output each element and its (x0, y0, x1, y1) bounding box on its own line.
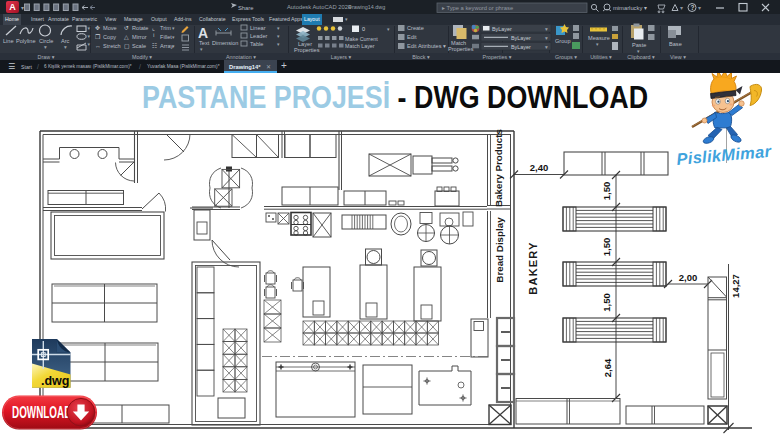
svg-text:mimarlucky ▾: mimarlucky ▾ (613, 5, 647, 11)
svg-text:☷: ☷ (152, 43, 157, 49)
svg-text:▾: ▾ (545, 26, 548, 32)
svg-text:Move: Move (103, 25, 117, 31)
svg-text:↔: ↔ (95, 43, 101, 49)
svg-text:▾: ▾ (698, 5, 701, 11)
svg-text:▾: ▾ (172, 34, 175, 40)
svg-text:ByLayer: ByLayer (511, 44, 531, 50)
svg-text:▾: ▾ (88, 33, 91, 39)
svg-text:0: 0 (362, 26, 365, 32)
svg-text:▾: ▾ (44, 44, 47, 50)
svg-text:✥: ✥ (95, 25, 100, 31)
svg-text:▾: ▾ (387, 26, 390, 32)
svg-text:Create: Create (407, 25, 424, 31)
svg-text:Bakery Products: Bakery Products (493, 129, 504, 207)
svg-text:▾: ▾ (88, 25, 91, 31)
svg-text:▾: ▾ (277, 41, 280, 47)
svg-text:Make Current: Make Current (345, 36, 378, 42)
svg-text:Linear: Linear (250, 25, 266, 31)
svg-text:2,40: 2,40 (530, 162, 549, 173)
svg-text:Line: Line (3, 38, 14, 44)
svg-text:1,50: 1,50 (601, 238, 612, 257)
svg-text:Share: Share (238, 5, 253, 11)
svg-text:Match Layer: Match Layer (345, 43, 375, 49)
svg-text:▾: ▾ (172, 43, 175, 49)
svg-text:Properties: Properties (294, 47, 320, 53)
svg-text:Mirror: Mirror (132, 34, 147, 40)
svg-text:Table: Table (250, 41, 263, 47)
svg-text:Base: Base (669, 41, 682, 47)
svg-text:Fillet: Fillet (160, 34, 172, 40)
svg-text:Match: Match (451, 40, 466, 46)
svg-text:Group: Group (555, 38, 571, 44)
svg-text:⌞: ⌞ (152, 25, 155, 31)
svg-text:▾: ▾ (88, 41, 91, 47)
svg-text:Polyline: Polyline (16, 38, 36, 44)
svg-text:▾: ▾ (64, 44, 67, 50)
svg-text:▾: ▾ (277, 25, 280, 31)
svg-text:▾: ▾ (680, 5, 683, 11)
svg-text:1,50: 1,50 (601, 293, 612, 312)
svg-text:▾: ▾ (200, 46, 203, 52)
svg-text:▾: ▾ (545, 44, 548, 50)
svg-text:14,27: 14,27 (730, 274, 741, 298)
svg-text:Properties: Properties (448, 46, 474, 52)
svg-text:PislikMimar: PislikMimar (676, 142, 773, 168)
svg-text:Scale: Scale (132, 43, 146, 49)
svg-text:Drawing14.dwg: Drawing14.dwg (348, 4, 385, 10)
svg-text:Bread Display: Bread Display (494, 217, 505, 283)
svg-text:▾: ▾ (545, 35, 548, 41)
svg-text:Edit: Edit (407, 34, 417, 40)
svg-text:ByLayer: ByLayer (492, 26, 512, 32)
svg-text:2,64: 2,64 (602, 358, 613, 377)
svg-text:BAKERY: BAKERY (527, 241, 539, 294)
svg-text:Autodesk AutoCAD 2024: Autodesk AutoCAD 2024 (287, 4, 352, 10)
svg-text:╵: ╵ (152, 33, 156, 40)
svg-text:1,50: 1,50 (601, 182, 612, 201)
svg-text:Edit Attributes ▾: Edit Attributes ▾ (407, 43, 446, 49)
svg-text:A: A (198, 25, 208, 41)
svg-text:△: △ (124, 34, 129, 40)
svg-text:Rotate: Rotate (132, 25, 148, 31)
svg-text:?: ? (691, 4, 695, 11)
svg-text:DOWNLOAD: DOWNLOAD (12, 403, 71, 421)
svg-text:Trim: Trim (160, 25, 171, 31)
svg-text:▾: ▾ (596, 41, 599, 47)
svg-text:ByLayer: ByLayer (511, 35, 531, 41)
svg-text:Stretch: Stretch (103, 43, 121, 49)
svg-text:▾: ▾ (637, 48, 640, 54)
svg-text:❐: ❐ (95, 34, 101, 40)
svg-text:Copy: Copy (103, 34, 116, 40)
svg-text:▾: ▾ (172, 25, 175, 31)
svg-text:▾: ▾ (277, 33, 280, 39)
svg-text:↺: ↺ (124, 25, 129, 31)
svg-text:Leader: Leader (250, 33, 268, 39)
svg-text:Measure: Measure (588, 35, 610, 41)
svg-text:.dwg: .dwg (41, 374, 69, 388)
svg-text:Dimension: Dimension (212, 40, 238, 46)
svg-text:2,00: 2,00 (679, 272, 698, 283)
svg-text:▸ Type a keyword or phrase: ▸ Type a keyword or phrase (442, 5, 513, 11)
svg-text:▢: ▢ (124, 43, 130, 49)
